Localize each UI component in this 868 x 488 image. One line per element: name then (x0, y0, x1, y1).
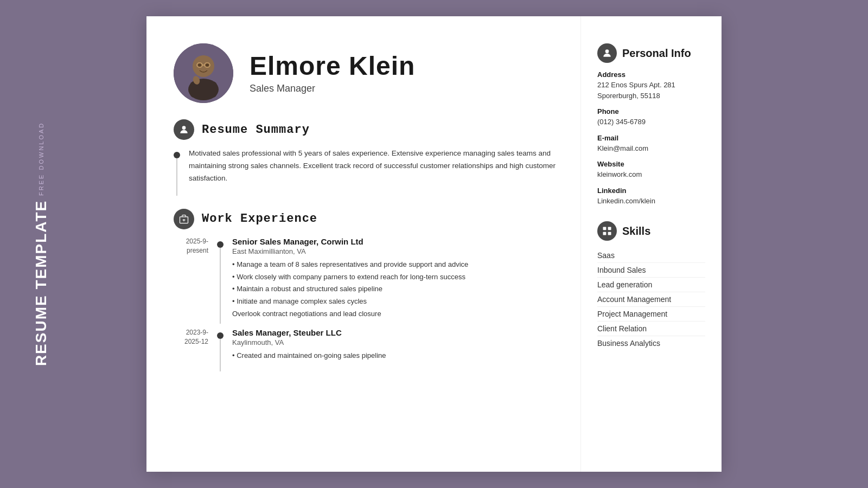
timeline-vert (176, 158, 177, 196)
timeline-line (174, 147, 180, 196)
address-block: Address 212 Enos Spurs Apt. 281 Sporerbu… (597, 70, 705, 101)
background: FREE DOWNLOAD RESUME TEMPLATE (0, 0, 868, 488)
free-download-label: FREE DOWNLOAD (38, 122, 44, 196)
job-2-location: Kaylinmouth, VA (232, 338, 559, 346)
job-1-vert (220, 248, 221, 324)
phone-label: Phone (597, 107, 705, 115)
resume-summary-icon (174, 119, 194, 140)
user-icon (602, 48, 612, 59)
personal-info-header: Personal Info (597, 43, 705, 63)
website-label: Website (597, 160, 705, 168)
linkedin-block: Linkedin Linkedin.com/klein (597, 187, 705, 207)
grid-icon (602, 226, 612, 236)
resume-paper: Elmore Klein Sales Manager Resume Summar… (146, 16, 722, 472)
linkedin-value: Linkedin.com/klein (597, 196, 705, 207)
skill-item-2: Lead generation (597, 278, 705, 292)
personal-info-section: Personal Info Address 212 Enos Spurs Apt… (597, 43, 705, 206)
svg-point-2 (193, 55, 214, 77)
skill-item-0: Saas (597, 248, 705, 263)
person-icon (178, 124, 189, 135)
skills-list: Saas Inbound Sales Lead generation Accou… (597, 248, 705, 350)
job-1-entry: Senior Sales Manager, Corwin Ltd East Ma… (232, 237, 559, 320)
job-2-timeline-line (217, 328, 224, 371)
skills-header: Skills (597, 221, 705, 241)
email-block: E-mail Klein@mail.com (597, 134, 705, 154)
side-label: FREE DOWNLOAD RESUME TEMPLATE (33, 122, 50, 367)
skill-item-5: Client Relation (597, 322, 705, 336)
email-label: E-mail (597, 134, 705, 142)
personal-info-icon (597, 43, 617, 63)
svg-rect-17 (603, 232, 607, 235)
job-2-date: 2023-9- 2025-12 (174, 328, 217, 346)
summary-text: Motivated sales professional with 5 year… (189, 147, 559, 185)
svg-rect-16 (608, 227, 611, 230)
email-value: Klein@mail.com (597, 143, 705, 154)
resume-summary-title: Resume Summary (202, 123, 310, 137)
job-2-row: 2023-9- 2025-12 Sales Manager, Steuber L… (174, 328, 559, 371)
work-experience-header: Work Experience (174, 209, 559, 229)
timeline-dot (174, 152, 180, 158)
website-value: kleinwork.com (597, 169, 705, 180)
svg-point-14 (605, 49, 609, 53)
address-line2: Sporerburgh, 55118 (597, 91, 705, 101)
summary-timeline: Motivated sales professional with 5 year… (174, 147, 559, 196)
svg-point-4 (198, 63, 201, 67)
main-content: Elmore Klein Sales Manager Resume Summar… (146, 16, 580, 472)
skill-item-1: Inbound Sales (597, 263, 705, 278)
summary-item: Motivated sales professional with 5 year… (174, 147, 559, 196)
personal-info-title: Personal Info (622, 47, 691, 60)
skills-title: Skills (622, 225, 650, 237)
summary-content: Motivated sales professional with 5 year… (189, 147, 559, 196)
job-2-bullets: • Created and maintained on-going sales … (232, 350, 559, 362)
skills-icon (597, 221, 617, 241)
avatar (174, 43, 233, 103)
job-1-timeline-line (217, 237, 224, 324)
website-block: Website kleinwork.com (597, 160, 705, 180)
linkedin-label: Linkedin (597, 187, 705, 195)
sidebar: Personal Info Address 212 Enos Spurs Apt… (580, 16, 722, 472)
job-1-bullets: • Manage a team of 8 sales representativ… (232, 259, 559, 320)
skill-item-6: Business Analytics (597, 336, 705, 350)
phone-block: Phone (012) 345-6789 (597, 107, 705, 127)
work-experience-section: Work Experience 2025-9- present Senior S… (174, 209, 559, 371)
job-1-dot (217, 241, 224, 248)
job-2-vert (220, 339, 221, 371)
svg-rect-18 (608, 232, 611, 235)
job-1-title: Senior Sales Manager, Corwin Ltd (232, 237, 559, 246)
skills-section: Skills Saas Inbound Sales Lead generatio… (597, 221, 705, 350)
resume-template-label: RESUME TEMPLATE (33, 200, 50, 366)
skill-item-4: Project Management (597, 307, 705, 322)
resume-summary-header: Resume Summary (174, 119, 559, 140)
job-1-location: East Maximillianton, VA (232, 247, 559, 255)
job-1-row: 2025-9- present Senior Sales Manager, Co… (174, 237, 559, 324)
address-label: Address (597, 70, 705, 79)
svg-point-5 (206, 63, 209, 67)
work-experience-title: Work Experience (202, 212, 317, 226)
job-2-entry: Sales Manager, Steuber LLC Kaylinmouth, … (232, 328, 559, 362)
resume-summary-section: Resume Summary Motivated sales professio… (174, 119, 559, 196)
svg-rect-15 (603, 227, 607, 230)
job-2-dot (217, 332, 224, 339)
person-title: Sales Manager (250, 83, 415, 94)
svg-point-10 (182, 126, 186, 130)
name-title-block: Elmore Klein Sales Manager (250, 52, 415, 94)
skill-item-3: Account Management (597, 292, 705, 307)
svg-rect-3 (190, 81, 217, 98)
address-line1: 212 Enos Spurs Apt. 281 (597, 80, 705, 91)
resume-header: Elmore Klein Sales Manager (174, 43, 559, 103)
job-2-title: Sales Manager, Steuber LLC (232, 328, 559, 337)
avatar-image (174, 43, 233, 103)
job-1-date: 2025-9- present (174, 237, 217, 255)
building-icon (178, 214, 189, 224)
work-experience-icon (174, 209, 194, 229)
person-name: Elmore Klein (250, 52, 415, 81)
phone-value: (012) 345-6789 (597, 117, 705, 127)
